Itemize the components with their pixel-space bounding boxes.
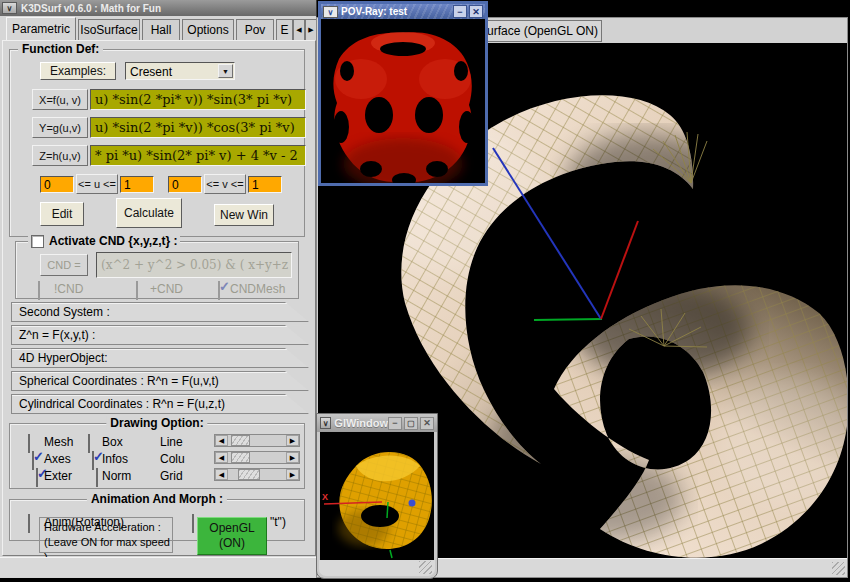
- line-slider-thumb[interactable]: [231, 435, 250, 446]
- section-second-system[interactable]: Second System :: [11, 302, 309, 322]
- tab-isosurface[interactable]: IsoSurface: [78, 19, 140, 40]
- u-max-field[interactable]: 1: [120, 176, 154, 193]
- box-checkbox[interactable]: [88, 434, 90, 453]
- y-function-label: Y=g(u,v): [32, 117, 88, 138]
- window-menu-icon[interactable]: ∨: [2, 2, 17, 14]
- section-spherical[interactable]: Spherical Coordinates : R^n = F(u,v,t): [11, 371, 309, 391]
- combo-arrow-icon[interactable]: ▼: [218, 64, 233, 78]
- drawing-option-group: Drawing Option: Mesh Box Line ◀ ▶ Axes I…: [9, 423, 305, 489]
- tab-parametric[interactable]: Parametric: [6, 17, 76, 40]
- examples-button[interactable]: Examples:: [40, 62, 116, 80]
- axes-label: Axes: [44, 452, 71, 466]
- function-def-group: Function Def: Examples: Cresent ▼ X=f(u,…: [9, 49, 305, 237]
- cnd-expression-field: (x^2 + y^2 > 0.05) & ( x+y+z > -1): [96, 252, 292, 278]
- mesh-checkbox[interactable]: [28, 434, 30, 453]
- y-function-field[interactable]: u) *sin(2 *pi *v)) *cos(3* pi *v): [90, 117, 306, 138]
- line-slider-right-icon[interactable]: ▶: [286, 435, 299, 446]
- plus-cnd-label: +CND: [150, 282, 183, 296]
- z-function-field[interactable]: * pi *u) *sin(2* pi* v) + 4 *v - 2: [90, 145, 306, 166]
- new-win-button[interactable]: New Win: [214, 204, 274, 226]
- glwindow-minimize-icon[interactable]: −: [388, 417, 402, 430]
- activate-cnd-checkbox[interactable]: [31, 235, 44, 248]
- x-function-label: X=f(u, v): [32, 89, 88, 110]
- box-label: Box: [102, 435, 123, 449]
- povray-close-icon[interactable]: ✕: [469, 5, 483, 18]
- not-cnd-checkbox: [38, 281, 40, 300]
- window-title: K3DSurf v0.6.0 : Math for Fun: [21, 3, 161, 14]
- tab-bar: Parametric IsoSurface Hall Options Pov E…: [2, 17, 316, 40]
- anim-rotation-checkbox[interactable]: [28, 514, 30, 533]
- main-statusbar: [0, 557, 317, 577]
- morph-checkbox[interactable]: [192, 514, 194, 533]
- examples-combobox[interactable]: Cresent ▼: [125, 62, 235, 80]
- main-titlebar[interactable]: ∨ K3DSurf v0.6.0 : Math for Fun: [0, 0, 316, 16]
- cnd-group: Activate CND {x,y,z,t} : CND = (x^2 + y^…: [15, 241, 299, 299]
- surface-resize-grip[interactable]: [832, 562, 845, 575]
- u-min-field[interactable]: 0: [40, 176, 74, 193]
- norm-checkbox[interactable]: [96, 468, 98, 487]
- povray-titlebar[interactable]: ∨ POV-Ray: test − ✕: [321, 4, 485, 19]
- glwindow-close-icon[interactable]: ✕: [420, 417, 434, 430]
- glwindow-maximize-icon[interactable]: ▢: [404, 417, 418, 430]
- hardware-accel-line1: Hardware Acceleration :: [44, 520, 172, 535]
- edit-button[interactable]: Edit: [40, 202, 84, 226]
- line-slider-label: Line: [160, 435, 183, 449]
- opengl-button-line1: OpenGL: [209, 521, 254, 536]
- k3dsurf-window: ∨ K3DSurf v0.6.0 : Math for Fun Parametr…: [0, 0, 317, 578]
- colu-slider[interactable]: ◀ ▶: [214, 451, 300, 464]
- cndmesh-label: CNDMesh: [230, 282, 285, 296]
- drawing-option-title: Drawing Option:: [106, 416, 207, 430]
- povray-render: [321, 19, 485, 183]
- tab-hall[interactable]: Hall: [142, 19, 180, 40]
- infos-checkbox[interactable]: [92, 451, 94, 470]
- cnd-equals-button: CND =: [40, 254, 88, 276]
- tab-e-partial[interactable]: E: [276, 19, 293, 40]
- grid-slider-left-icon[interactable]: ◀: [215, 469, 228, 480]
- axes-checkbox[interactable]: [32, 451, 34, 470]
- z-function-label: Z=h(u,v): [32, 145, 88, 166]
- cnd-legend: Activate CND {x,y,z,t} :: [28, 234, 180, 248]
- line-slider-left-icon[interactable]: ◀: [215, 435, 228, 446]
- glwindow-titlebar[interactable]: ∨ GlWindow − ▢ ✕: [317, 414, 437, 432]
- grid-slider-right-icon[interactable]: ▶: [286, 469, 299, 480]
- v-range-label: <= v <=: [204, 174, 246, 194]
- glwindow: ∨ GlWindow − ▢ ✕: [316, 413, 438, 579]
- surface-window-title[interactable]: urface (OpenGL ON): [484, 20, 602, 42]
- povray-window-menu-icon[interactable]: ∨: [323, 6, 338, 18]
- glwindow-viewport[interactable]: X: [320, 432, 434, 560]
- activate-cnd-label: Activate CND {x,y,z,t} :: [49, 234, 177, 248]
- u-range-label: <= u <=: [76, 174, 118, 194]
- x-function-field[interactable]: u) *sin(2 *pi* v)) *sin(3* pi *v): [90, 89, 306, 110]
- mesh-label: Mesh: [44, 435, 73, 449]
- povray-window: ∨ POV-Ray: test − ✕: [318, 1, 488, 186]
- glwindow-menu-icon[interactable]: ∨: [320, 417, 331, 429]
- exter-label: Exter: [44, 469, 72, 483]
- section-4d-hyperobject[interactable]: 4D HyperObject:: [11, 348, 309, 368]
- glwindow-resize-grip[interactable]: [419, 561, 432, 574]
- opengl-button-line2: (ON): [219, 536, 245, 551]
- section-cylindrical[interactable]: Cylindrical Coordinates : R^n = F(u,z,t): [11, 394, 309, 414]
- opengl-toggle-button[interactable]: OpenGL (ON): [197, 517, 267, 555]
- glwindow-title: GlWindow: [334, 417, 388, 429]
- exter-checkbox[interactable]: [36, 468, 38, 487]
- tab-scroll-left-icon[interactable]: ◀: [293, 19, 305, 40]
- function-def-title: Function Def:: [18, 42, 103, 56]
- cndmesh-checkbox: [218, 281, 220, 300]
- povray-minimize-icon[interactable]: −: [453, 5, 467, 18]
- v-max-field[interactable]: 1: [248, 176, 282, 193]
- calculate-button[interactable]: Calculate: [116, 198, 182, 228]
- v-min-field[interactable]: 0: [168, 176, 202, 193]
- line-slider[interactable]: ◀ ▶: [214, 434, 300, 447]
- grid-slider-thumb[interactable]: [238, 469, 260, 480]
- section-zn[interactable]: Z^n = F(x,y,t) :: [11, 325, 309, 345]
- tab-pov[interactable]: Pov: [236, 19, 274, 40]
- hardware-accel-label: Hardware Acceleration : (Leave ON for ma…: [39, 517, 173, 553]
- colu-slider-left-icon[interactable]: ◀: [215, 452, 228, 463]
- grid-slider[interactable]: ◀ ▶: [214, 468, 300, 481]
- glwindow-render: X: [320, 432, 434, 560]
- tab-options[interactable]: Options: [182, 19, 234, 40]
- gl-axis-z-dot: [409, 500, 416, 507]
- colu-slider-right-icon[interactable]: ▶: [286, 452, 299, 463]
- colu-slider-thumb[interactable]: [231, 452, 250, 463]
- infos-label: Infos: [102, 452, 128, 466]
